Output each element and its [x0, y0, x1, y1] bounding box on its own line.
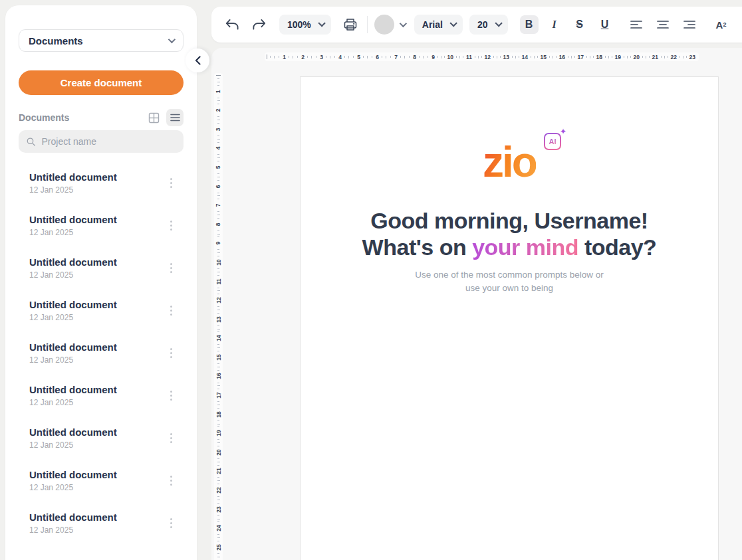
- document-date: 12 Jan 2025: [29, 525, 165, 535]
- italic-button[interactable]: I: [545, 15, 564, 34]
- editor-canvas: 1234567891011121314151617181920212223 12…: [211, 48, 742, 560]
- document-title: Untitled document: [29, 171, 165, 183]
- document-page[interactable]: zio AI ✦ Good morning, Username! What's …: [300, 76, 719, 560]
- document-list: Untitled document 12 Jan 2025 Untitled d…: [16, 162, 186, 545]
- align-right-button[interactable]: [680, 15, 699, 35]
- document-date: 12 Jan 2025: [29, 228, 165, 237]
- collection-selector-label: Documents: [29, 35, 83, 47]
- color-swatch: [374, 15, 394, 35]
- search-input[interactable]: [42, 136, 176, 147]
- chevron-down-icon: [400, 20, 407, 27]
- align-right-icon: [683, 20, 695, 29]
- list-icon: [170, 114, 180, 122]
- align-center-button[interactable]: [653, 15, 673, 35]
- document-date: 12 Jan 2025: [29, 398, 165, 407]
- document-list-item[interactable]: Untitled document 12 Jan 2025: [16, 290, 186, 331]
- text-color-picker[interactable]: [374, 15, 405, 35]
- font-size-select[interactable]: 20: [469, 15, 508, 35]
- greeting-line2: What's on your mind today?: [301, 234, 718, 260]
- redo-button[interactable]: [249, 15, 269, 35]
- kebab-menu-icon[interactable]: [165, 429, 177, 446]
- logo-wordmark: zio: [483, 138, 536, 186]
- undo-button[interactable]: [222, 15, 242, 35]
- align-left-button[interactable]: [626, 15, 646, 35]
- greeting-line1: Good morning, Username!: [301, 207, 718, 234]
- toolbar-divider: [367, 16, 368, 33]
- zoom-select[interactable]: 100%: [279, 15, 331, 35]
- document-title: Untitled document: [29, 298, 165, 311]
- kebab-menu-icon[interactable]: [165, 259, 177, 276]
- document-title: Untitled document: [29, 383, 165, 396]
- grid-icon: [148, 112, 160, 124]
- font-family-select[interactable]: Arial: [414, 15, 463, 35]
- document-date: 12 Jan 2025: [29, 313, 165, 322]
- greeting-heading: Good morning, Username! What's on your m…: [301, 207, 718, 260]
- redo-icon: [252, 19, 266, 31]
- bold-button[interactable]: B: [520, 15, 539, 34]
- chevron-down-icon: [318, 19, 325, 27]
- document-title: Untitled document: [29, 468, 165, 481]
- editor-toolbar: 100% Arial 20 B I S U A2 A2: [211, 7, 742, 43]
- font-family-value: Arial: [422, 19, 443, 30]
- superscript-button[interactable]: A2: [711, 15, 731, 35]
- document-list-item[interactable]: Untitled document 12 Jan 2025: [16, 162, 186, 203]
- collapse-sidebar-button[interactable]: [186, 48, 209, 72]
- search-box[interactable]: [19, 130, 184, 153]
- kebab-menu-icon[interactable]: [165, 344, 177, 361]
- document-date: 12 Jan 2025: [29, 355, 165, 365]
- align-left-icon: [630, 20, 642, 29]
- collection-selector[interactable]: Documents: [19, 29, 184, 52]
- sparkle-icon: ✦: [560, 127, 566, 136]
- document-list-item[interactable]: Untitled document 12 Jan 2025: [16, 375, 186, 416]
- font-size-value: 20: [477, 19, 488, 30]
- document-date: 12 Jan 2025: [29, 440, 165, 450]
- subscript-button[interactable]: A2: [738, 15, 742, 35]
- document-list-item[interactable]: Untitled document 12 Jan 2025: [16, 417, 186, 458]
- greeting-highlight: your mind: [472, 234, 578, 260]
- list-view-button[interactable]: [166, 109, 184, 126]
- zoom-value: 100%: [287, 19, 311, 30]
- undo-icon: [225, 19, 239, 31]
- chevron-left-icon: [195, 56, 201, 65]
- chevron-down-icon: [495, 19, 502, 27]
- document-title: Untitled document: [29, 213, 165, 226]
- kebab-menu-icon[interactable]: [165, 217, 177, 234]
- documents-section-header: Documents: [19, 109, 184, 126]
- strikethrough-button[interactable]: S: [570, 15, 589, 34]
- document-date: 12 Jan 2025: [29, 270, 165, 280]
- document-title: Untitled document: [29, 426, 165, 438]
- documents-section-label: Documents: [19, 112, 145, 123]
- create-document-button[interactable]: Create document: [19, 70, 184, 95]
- document-title: Untitled document: [29, 511, 165, 523]
- document-list-item[interactable]: Untitled document 12 Jan 2025: [16, 247, 186, 288]
- align-center-icon: [657, 20, 669, 29]
- print-button[interactable]: [340, 15, 360, 35]
- search-icon: [27, 137, 36, 147]
- document-title: Untitled document: [29, 341, 165, 353]
- document-date: 12 Jan 2025: [29, 185, 165, 195]
- ai-badge: AI ✦: [544, 133, 561, 150]
- kebab-menu-icon[interactable]: [165, 387, 177, 404]
- logo: zio AI ✦: [301, 142, 718, 182]
- kebab-menu-icon[interactable]: [165, 302, 177, 319]
- document-list-item[interactable]: Untitled document 12 Jan 2025: [16, 332, 186, 373]
- document-list-item[interactable]: Untitled document 12 Jan 2025: [16, 460, 186, 501]
- ai-badge-label: AI: [549, 138, 556, 145]
- chevron-down-icon: [168, 36, 176, 43]
- kebab-menu-icon[interactable]: [165, 472, 177, 489]
- vertical-ruler: 1234567891011121314151617181920212223242…: [214, 73, 223, 560]
- document-list-item[interactable]: Untitled document 12 Jan 2025: [16, 205, 186, 246]
- kebab-menu-icon[interactable]: [165, 174, 177, 191]
- kebab-menu-icon[interactable]: [165, 514, 177, 531]
- chevron-down-icon: [449, 19, 457, 27]
- printer-icon: [344, 18, 357, 31]
- greeting-subtitle: Use one of the most common prompts below…: [301, 268, 718, 295]
- horizontal-ruler: 1234567891011121314151617181920212223: [265, 52, 699, 61]
- underline-button[interactable]: U: [596, 15, 614, 34]
- sidebar: Documents Create document Documents Unti…: [5, 5, 197, 560]
- document-title: Untitled document: [29, 256, 165, 268]
- document-date: 12 Jan 2025: [29, 483, 165, 492]
- grid-view-button[interactable]: [145, 109, 162, 126]
- document-list-item[interactable]: Untitled document 12 Jan 2025: [16, 502, 186, 543]
